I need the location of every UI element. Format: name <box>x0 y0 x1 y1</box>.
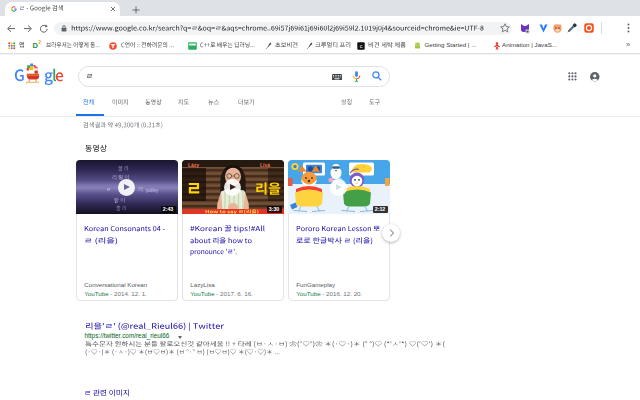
svg-text:C++: C++ <box>190 43 195 45</box>
svg-text:c: c <box>360 43 363 49</box>
